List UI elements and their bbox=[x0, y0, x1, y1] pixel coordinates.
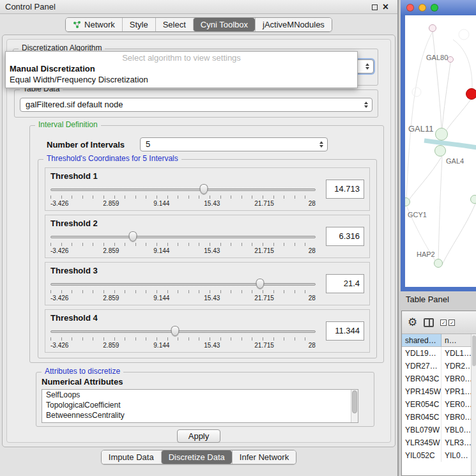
threshold-slider[interactable]: -3.426 2.859 9.144 15.43 21.715 bbox=[50, 231, 316, 256]
slider-scale-number: 2.859 bbox=[103, 247, 119, 254]
slider-scale-number: 21.715 bbox=[254, 247, 274, 254]
bottom-tab[interactable]: Impute Data bbox=[102, 450, 161, 464]
threshold-slider[interactable]: -3.426 2.859 9.144 15.43 21.715 bbox=[50, 325, 316, 351]
algorithm-popup-list: Manual Discretization Equal Width/Freque… bbox=[6, 63, 357, 85]
slider-track[interactable] bbox=[50, 236, 316, 238]
table-row[interactable]: YBR045C YBR0… bbox=[402, 411, 476, 424]
bottom-tab[interactable]: Discretize Data bbox=[161, 450, 232, 464]
slider-thumb[interactable] bbox=[171, 326, 180, 336]
network-node[interactable] bbox=[470, 195, 476, 204]
table-row[interactable]: YIL052C YIL0… bbox=[402, 449, 476, 462]
bottom-tab-label: Discretize Data bbox=[169, 452, 225, 462]
network-node[interactable] bbox=[466, 88, 476, 100]
table-row[interactable]: YLR345W YLR3… bbox=[402, 436, 476, 449]
network-view-window: GAL80 GAL11 GAL4 GCY1 HAP2 bbox=[401, 0, 476, 291]
network-node-label: GAL4 bbox=[446, 157, 464, 165]
attributes-group-title: Attributes to discretize bbox=[42, 367, 123, 376]
table-cell[interactable]: YLR345W bbox=[402, 436, 441, 449]
slider-thumb[interactable] bbox=[256, 279, 264, 289]
scrollbar-thumb[interactable] bbox=[472, 335, 476, 366]
table-scrollbar[interactable] bbox=[471, 334, 476, 475]
slider-scale-number: -3.426 bbox=[50, 295, 68, 302]
top-tab[interactable]: Select bbox=[155, 18, 193, 31]
threshold-label: Threshold 3 bbox=[50, 266, 98, 275]
top-tab[interactable]: jActiveMNodules bbox=[255, 18, 332, 31]
threshold-value-field[interactable]: 6.316 bbox=[326, 227, 364, 246]
threshold-value-field[interactable]: 11.344 bbox=[326, 321, 364, 341]
column-header-shared-name[interactable]: shared… bbox=[402, 334, 441, 346]
network-node[interactable] bbox=[434, 145, 446, 157]
slider-thumb[interactable] bbox=[128, 231, 137, 242]
window-title: Control Panel bbox=[5, 0, 56, 14]
number-of-intervals-value: 5 bbox=[146, 139, 150, 149]
table-cell[interactable]: YIL052C bbox=[402, 449, 441, 462]
slider-track[interactable] bbox=[50, 330, 316, 333]
slider-thumb[interactable] bbox=[199, 184, 208, 194]
network-node[interactable] bbox=[434, 259, 443, 268]
threshold-value-field[interactable]: 14.713 bbox=[326, 180, 364, 199]
slider-scale-number: 15.43 bbox=[204, 342, 220, 349]
screen: Control Panel × bbox=[0, 0, 476, 476]
table-cell[interactable]: YDR27… bbox=[402, 360, 441, 372]
table-row[interactable]: YPR145W YPR1… bbox=[402, 385, 476, 398]
gear-icon[interactable]: ⚙ bbox=[408, 317, 417, 328]
threshold-slider[interactable]: -3.426 2.859 9.144 15.43 21.715 bbox=[50, 183, 316, 209]
top-tab[interactable]: Style bbox=[122, 18, 155, 31]
attribute-list-item[interactable]: SelfLoops bbox=[42, 390, 358, 400]
table-cell[interactable]: YPR145W bbox=[402, 385, 441, 398]
table-cell[interactable]: YER054C bbox=[402, 398, 441, 411]
scrollbar-thumb[interactable] bbox=[352, 390, 357, 413]
top-tab[interactable]: Network bbox=[66, 18, 122, 31]
network-node[interactable] bbox=[435, 128, 448, 141]
bottom-tab-label: Impute Data bbox=[109, 452, 154, 462]
bottom-tab-label: Infer Network bbox=[240, 452, 289, 462]
number-of-intervals-combobox[interactable]: 5 bbox=[140, 137, 328, 151]
table-row[interactable]: YBR043C YBR0… bbox=[402, 372, 476, 385]
columns-icon[interactable] bbox=[424, 318, 434, 327]
network-node[interactable] bbox=[447, 56, 454, 63]
checkbox-icon[interactable]: ✓ bbox=[449, 319, 455, 326]
apply-button[interactable]: Apply bbox=[177, 429, 220, 443]
checkbox-icon[interactable]: ✓ bbox=[440, 319, 447, 326]
table-body: YDL19… YDL1… YDR27… YDR2… YBR043C YBR0… bbox=[402, 347, 476, 462]
zoom-traffic-light[interactable] bbox=[431, 4, 438, 12]
attribute-list-item[interactable]: BetweennessCentrality bbox=[42, 410, 358, 420]
window-buttons: × bbox=[372, 0, 388, 14]
minimize-traffic-light[interactable] bbox=[418, 4, 426, 12]
threshold-label: Threshold 2 bbox=[50, 219, 98, 228]
threshold-rows: Threshold 1 -3.426 2.8 bbox=[38, 167, 376, 353]
slider-track[interactable] bbox=[50, 283, 316, 286]
table-cell[interactable]: YBL079W bbox=[402, 424, 441, 436]
top-tab-area: Network bbox=[0, 17, 397, 32]
attributes-list-scrollbar[interactable] bbox=[351, 390, 358, 422]
threshold-value-field[interactable]: 21.4 bbox=[326, 274, 364, 293]
close-traffic-light[interactable] bbox=[406, 4, 414, 12]
number-of-intervals-label: Number of Intervals bbox=[47, 140, 125, 150]
restore-window-button[interactable] bbox=[372, 4, 378, 10]
interval-definition-group: Interval Definition Number of Intervals … bbox=[29, 125, 384, 363]
top-tab[interactable]: Cyni Toolbox bbox=[193, 18, 255, 31]
bottom-tab[interactable]: Infer Network bbox=[232, 450, 296, 464]
slider-scale-number: 21.715 bbox=[254, 200, 274, 207]
table-row[interactable]: YDR27… YDR2… bbox=[402, 360, 476, 372]
table-row[interactable]: YBL079W YBL0… bbox=[402, 424, 476, 436]
network-node[interactable] bbox=[429, 24, 436, 32]
table-panel-title: Table Panel bbox=[406, 295, 449, 304]
table-row[interactable]: YDL19… YDL1… bbox=[402, 347, 476, 360]
table-cell[interactable]: YBR045C bbox=[402, 411, 441, 424]
top-tab-label: Style bbox=[130, 20, 148, 29]
threshold-slider[interactable]: -3.426 2.859 9.144 15.43 21.715 bbox=[50, 278, 316, 303]
algorithm-menu-item[interactable]: Manual Discretization bbox=[6, 63, 357, 74]
table-data-combobox[interactable]: galFiltered.sif default node bbox=[20, 98, 372, 112]
table-header-row: shared… n… bbox=[402, 334, 476, 347]
control-panel-titlebar: Control Panel × bbox=[0, 0, 397, 14]
close-window-button[interactable]: × bbox=[383, 0, 388, 14]
algorithm-menu-item[interactable]: Equal Width/Frequency Discretization bbox=[6, 74, 357, 85]
network-canvas[interactable]: GAL80 GAL11 GAL4 GCY1 HAP2 bbox=[405, 15, 476, 287]
slider-scale: -3.426 2.859 9.144 15.43 21.715 bbox=[50, 247, 316, 254]
attribute-list-item[interactable]: TopologicalCoefficient bbox=[42, 400, 358, 410]
table-cell[interactable]: YDL19… bbox=[402, 347, 441, 360]
table-row[interactable]: YER054C YER0… bbox=[402, 398, 476, 411]
table-cell[interactable]: YBR043C bbox=[402, 372, 441, 385]
slider-track[interactable] bbox=[50, 188, 316, 191]
